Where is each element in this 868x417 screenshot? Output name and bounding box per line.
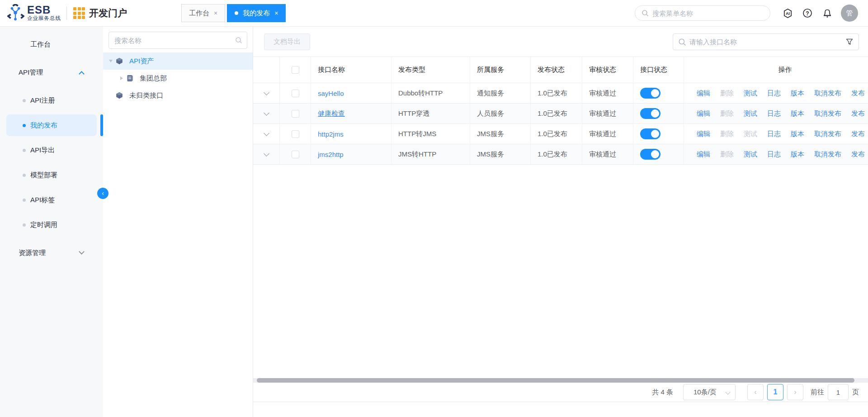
tree-node-未归类接口[interactable]: 未归类接口 xyxy=(103,87,253,104)
expand-column-header xyxy=(253,57,280,83)
menu-search-input[interactable] xyxy=(652,9,756,17)
action-日志[interactable]: 日志 xyxy=(767,150,781,159)
sidebar-item-label: 模型部署 xyxy=(30,171,57,180)
tab-close-icon[interactable]: × xyxy=(214,9,217,17)
interface-status-toggle[interactable] xyxy=(640,108,660,119)
top-header: ESB 企业服务总线 开发门户 工作台×我的发布× AI xyxy=(0,0,868,27)
row-expand-icon[interactable] xyxy=(264,130,269,136)
row-checkbox[interactable] xyxy=(292,151,299,158)
action-发布[interactable]: 发布 xyxy=(851,150,865,159)
action-测试: 测试 xyxy=(744,130,757,138)
tree-node-API资产[interactable]: API资产 xyxy=(103,52,253,70)
row-expand-icon[interactable] xyxy=(264,110,269,116)
tree-node-label: 集团总部 xyxy=(140,74,167,83)
logo: ESB 企业服务总线 xyxy=(7,4,61,22)
row-checkbox[interactable] xyxy=(292,130,299,138)
sidebar-item-label: API标签 xyxy=(30,196,55,204)
action-取消发布[interactable]: 取消发布 xyxy=(814,130,841,138)
action-日志[interactable]: 日志 xyxy=(767,89,781,98)
sidebar-item-API注册[interactable]: API注册 xyxy=(6,90,97,111)
sidebar-item-API标签[interactable]: API标签 xyxy=(6,189,97,211)
action-版本[interactable]: 版本 xyxy=(791,109,804,118)
action-发布[interactable]: 发布 xyxy=(851,109,865,118)
action-取消发布[interactable]: 取消发布 xyxy=(814,89,841,98)
search-icon xyxy=(642,9,649,17)
menu-dot-icon xyxy=(23,223,26,227)
interface-search-input[interactable] xyxy=(689,38,859,46)
apps-grid-icon xyxy=(73,7,85,19)
interface-name-link[interactable]: jms2http xyxy=(318,151,344,158)
sidebar-item-定时调用[interactable]: 定时调用 xyxy=(6,214,97,236)
action-编辑[interactable]: 编辑 xyxy=(697,130,710,138)
interface-name-link[interactable]: 健康检查 xyxy=(318,109,345,118)
page-size-select[interactable]: 10条/页 xyxy=(683,384,736,400)
publish-type-cell: HTTP穿透 xyxy=(392,104,470,123)
interface-name-link[interactable]: sayHello xyxy=(318,90,344,97)
chevron-up-icon xyxy=(79,71,85,77)
interface-status-toggle[interactable] xyxy=(640,128,660,139)
portal-home[interactable]: 开发门户 xyxy=(73,7,127,19)
ai-assistant-icon[interactable]: AI xyxy=(782,8,793,19)
current-page-button[interactable]: 1 xyxy=(767,384,783,400)
action-编辑[interactable]: 编辑 xyxy=(697,109,710,118)
action-版本[interactable]: 版本 xyxy=(791,150,804,159)
header-divider xyxy=(66,6,67,20)
sidebar-item-模型部署[interactable]: 模型部署 xyxy=(6,164,97,186)
tree-search-input[interactable] xyxy=(109,37,247,44)
header-tab-1[interactable]: 工作台× xyxy=(181,4,225,22)
action-取消发布[interactable]: 取消发布 xyxy=(814,109,841,118)
publish-status-cell: 1.0已发布 xyxy=(531,104,582,123)
goto-page-input[interactable] xyxy=(828,384,849,400)
action-日志[interactable]: 日志 xyxy=(767,130,781,138)
action-日志[interactable]: 日志 xyxy=(767,109,781,118)
row-checkbox[interactable] xyxy=(292,110,299,118)
horizontal-scrollbar-thumb[interactable] xyxy=(257,378,854,383)
action-测试[interactable]: 测试 xyxy=(744,150,757,159)
table-row: jms2httpJMS转HTTPJMS服务1.0已发布审核通过编辑删除测试日志版… xyxy=(253,144,868,165)
tab-close-icon[interactable]: × xyxy=(274,9,278,17)
table-row: http2jmsHTTP转JMSJMS服务1.0已发布审核通过编辑删除测试日志版… xyxy=(253,124,868,144)
action-发布[interactable]: 发布 xyxy=(851,130,865,138)
sidebar-group-API管理[interactable]: API管理 xyxy=(0,58,103,86)
sidebar-group-资源管理[interactable]: 资源管理 xyxy=(0,239,103,267)
tree-node-集团总部[interactable]: 集团总部 xyxy=(103,70,253,87)
row-expand-icon[interactable] xyxy=(264,90,269,95)
pagination-bar: 共 4 条 10条/页 ‹ 1 › 前往 页 xyxy=(253,383,868,402)
action-测试[interactable]: 测试 xyxy=(744,109,757,118)
interface-status-toggle[interactable] xyxy=(640,88,660,99)
logo-title: ESB xyxy=(27,5,61,15)
filter-funnel-icon[interactable] xyxy=(845,38,854,46)
next-page-button[interactable]: › xyxy=(787,384,803,400)
caret-right-icon[interactable] xyxy=(120,76,123,80)
action-发布[interactable]: 发布 xyxy=(851,89,865,98)
action-版本[interactable]: 版本 xyxy=(791,130,804,138)
interface-status-toggle[interactable] xyxy=(640,149,660,160)
sidebar-item-API导出[interactable]: API导出 xyxy=(6,139,97,161)
help-icon[interactable]: ? xyxy=(802,8,813,19)
select-all-cell xyxy=(280,57,311,83)
notification-bell-icon[interactable] xyxy=(822,8,833,19)
action-编辑[interactable]: 编辑 xyxy=(697,89,710,98)
svg-text:AI: AI xyxy=(785,11,789,16)
action-测试[interactable]: 测试 xyxy=(744,89,757,98)
row-checkbox[interactable] xyxy=(292,90,299,97)
action-版本[interactable]: 版本 xyxy=(791,89,804,98)
prev-page-button[interactable]: ‹ xyxy=(747,384,764,400)
sidebar-item-工作台[interactable]: 工作台 xyxy=(0,30,103,58)
interface-name-link[interactable]: http2jms xyxy=(318,130,344,138)
action-编辑[interactable]: 编辑 xyxy=(697,150,710,159)
esb-logo-icon xyxy=(7,4,24,22)
select-all-checkbox[interactable] xyxy=(292,66,299,74)
header-tab-2[interactable]: 我的发布× xyxy=(227,4,286,22)
column-header-接口名称: 接口名称 xyxy=(311,57,392,83)
row-expand-icon[interactable] xyxy=(264,151,269,156)
user-avatar[interactable]: 管 xyxy=(841,5,858,22)
column-header-操作: 操作 xyxy=(684,57,868,83)
sidebar-item-我的发布[interactable]: 我的发布 xyxy=(6,114,97,136)
doc-export-button[interactable]: 文档导出 xyxy=(264,33,310,50)
document-icon xyxy=(127,75,133,82)
action-取消发布[interactable]: 取消发布 xyxy=(814,150,841,159)
collapse-panel-button[interactable]: ‹ xyxy=(97,188,108,199)
caret-down-icon[interactable] xyxy=(109,60,113,62)
audit-status-cell: 审核通过 xyxy=(582,124,633,144)
